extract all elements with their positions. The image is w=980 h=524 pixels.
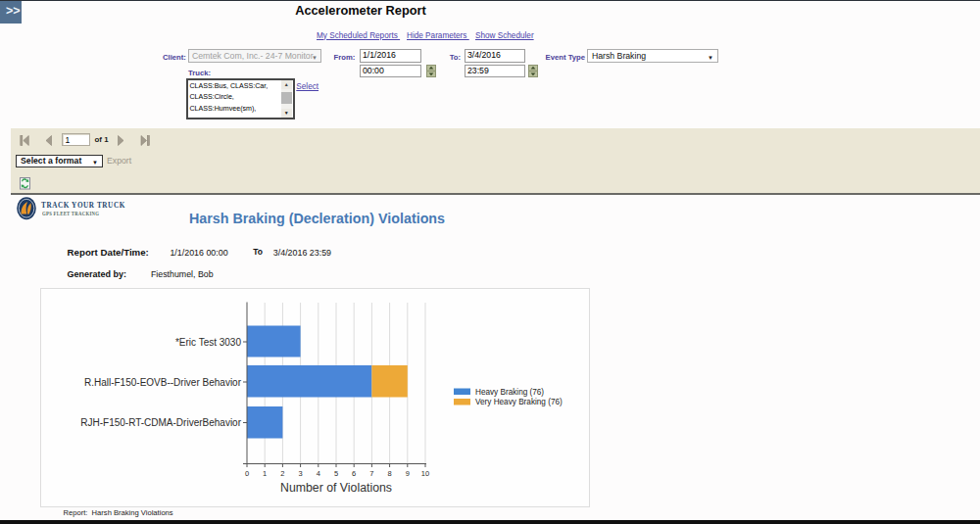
- svg-text:0: 0: [245, 469, 249, 478]
- svg-text:2: 2: [280, 469, 284, 478]
- svg-text:Very Heavy Braking (76): Very Heavy Braking (76): [475, 398, 563, 406]
- svg-text:8: 8: [388, 469, 392, 478]
- svg-text:9: 9: [406, 469, 410, 478]
- svg-text:R.Hall-F150-EOVB--Driver Behav: R.Hall-F150-EOVB--Driver Behavior: [84, 377, 242, 388]
- svg-text:10: 10: [421, 469, 429, 478]
- svg-text:5: 5: [334, 469, 338, 478]
- svg-text:RJH-F150-RT-CDMA-DriverBehavio: RJH-F150-RT-CDMA-DriverBehavior: [80, 417, 241, 428]
- svg-text:1: 1: [263, 469, 267, 478]
- svg-text:Number of Violations: Number of Violations: [280, 481, 392, 495]
- svg-text:6: 6: [352, 469, 356, 478]
- svg-text:Heavy Braking (76): Heavy Braking (76): [475, 388, 544, 397]
- svg-text:*Eric Test 3030: *Eric Test 3030: [175, 337, 242, 348]
- svg-text:3: 3: [299, 469, 303, 478]
- svg-text:4: 4: [317, 469, 320, 478]
- svg-text:7: 7: [369, 469, 373, 478]
